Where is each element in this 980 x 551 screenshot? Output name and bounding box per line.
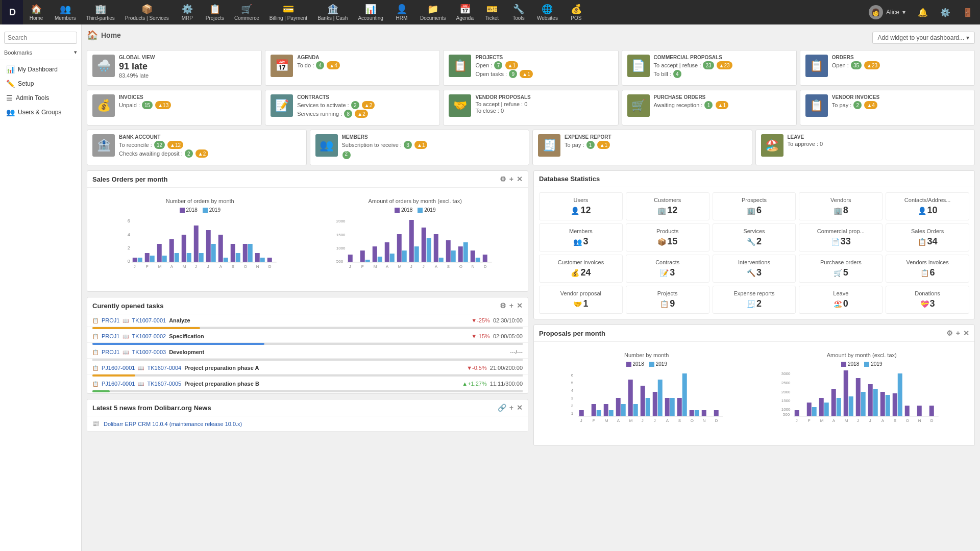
nav-third-parties[interactable]: 🏢 Third-parties: [81, 0, 120, 24]
stat-users[interactable]: Users 👤12: [539, 192, 623, 220]
news-text-1[interactable]: Dolibarr ERP CRM 10.0.4 (maintenance rel…: [104, 421, 242, 427]
stat-sales-orders[interactable]: Sales Orders 📋34: [886, 223, 969, 252]
nav-mrp[interactable]: ⚙️ MRP: [174, 0, 201, 24]
card-purchase-orders[interactable]: 🛒 PURCHASE ORDERS Awaiting reception : 1…: [622, 90, 797, 126]
news-close-icon[interactable]: ✕: [517, 404, 523, 412]
nav-banks[interactable]: 🏦 Banks | Cash: [312, 0, 353, 24]
stat-contacts[interactable]: Contacts/Addres... 👤10: [886, 192, 969, 220]
task-id-1[interactable]: TK1007-0001: [132, 317, 166, 323]
add-widget-button[interactable]: Add widget to your dashboard... ▾: [872, 32, 975, 44]
card-vendor-proposals[interactable]: 🤝 VENDOR PROPOSALS To accept | refuse : …: [443, 90, 618, 126]
stat-donations[interactable]: Donations 💝3: [886, 286, 969, 314]
settings-icon[interactable]: ⚙️: [935, 0, 955, 24]
stat-services[interactable]: Services 🔧2: [713, 223, 796, 252]
card-expense-report[interactable]: 🧾 EXPENSE REPORT To pay : 1 ▲1: [532, 130, 752, 165]
task-id-3[interactable]: TK1007-0003: [132, 349, 166, 355]
card-vendor-invoices[interactable]: 📋 VENDOR INVOICES To pay : 2 ▲4: [800, 90, 975, 126]
search-input[interactable]: [4, 32, 77, 44]
card-invoices[interactable]: 💰 INVOICES Unpaid : 15 ▲13: [87, 90, 262, 126]
nav-accounting[interactable]: 📊 Accounting: [353, 0, 388, 24]
nav-projects[interactable]: 📋 Projects: [201, 0, 229, 24]
card-bank-account[interactable]: 🏦 BANK ACCOUNT To reconcile : 12 ▲12 Che…: [87, 130, 307, 165]
stat-vendors[interactable]: Vendors 🏢8: [799, 192, 883, 220]
stat-expense-reports[interactable]: Expense reports 🧾2: [713, 286, 796, 314]
notifications-icon[interactable]: 🔔: [913, 0, 933, 24]
tasks-close-icon[interactable]: ✕: [517, 302, 523, 310]
svg-rect-93: [621, 404, 626, 416]
stat-purchase-orders[interactable]: Purchase orders 🛒5: [799, 255, 883, 283]
stat-leave[interactable]: Leave 🏖️0: [799, 286, 883, 314]
card-members[interactable]: 👥 MEMBERS Subscription to receive : 3 ▲1…: [310, 130, 530, 165]
logout-icon[interactable]: 🚪: [958, 0, 978, 24]
card-global-view[interactable]: 🌧️ GLOBAL VIEW 91 late 83.49% late: [87, 50, 262, 86]
stat-vendor-invoices[interactable]: Vendors invoices 📋6: [886, 255, 969, 283]
nav-ticket[interactable]: 🎫 Ticket: [479, 0, 505, 24]
svg-rect-52: [397, 234, 401, 262]
nav-billing[interactable]: 💳 Billing | Payment: [264, 0, 312, 24]
vendor-invoices-title: VENDOR INVOICES: [832, 94, 969, 100]
filter-icon[interactable]: ⚙: [500, 175, 506, 183]
proposals-close-icon[interactable]: ✕: [963, 329, 969, 337]
close-chart-icon[interactable]: ✕: [517, 175, 523, 183]
nav-pos[interactable]: 💰 POS: [563, 0, 590, 24]
task-project-1[interactable]: PROJ1: [102, 317, 119, 323]
nav-websites[interactable]: 🌐 Websites: [532, 0, 563, 24]
task-id-5[interactable]: TK1607-0005: [147, 381, 181, 387]
task-project-5[interactable]: PJ1607-0001: [102, 381, 135, 387]
card-agenda[interactable]: 📅 AGENDA To do : 4 ▲4: [265, 50, 440, 86]
card-commercial-proposals[interactable]: 📄 COMMERCIAL PROPOSALS To accept | refus…: [622, 50, 797, 86]
nav-hrm[interactable]: 👤 HRM: [388, 0, 415, 24]
stat-contracts[interactable]: Contracts 📝3: [626, 255, 709, 283]
add-chart-icon[interactable]: +: [509, 175, 513, 183]
hrm-icon: 👤: [396, 4, 407, 15]
svg-rect-142: [892, 393, 897, 416]
stat-products[interactable]: Products 📦15: [626, 223, 709, 252]
stat-customer-invoices[interactable]: Customer invoices 💰24: [539, 255, 623, 283]
svg-rect-135: [848, 396, 853, 416]
nav-commerce[interactable]: 🛒 Commerce: [229, 0, 264, 24]
task-project-2[interactable]: PROJ1: [102, 333, 119, 339]
svg-text:A: A: [617, 418, 620, 423]
card-leave[interactable]: 🏖️ LEAVE To approve : 0: [755, 130, 975, 165]
members-subscription: Subscription to receive : 3 ▲1: [342, 141, 524, 149]
bookmarks-section[interactable]: Bookmarks ▾: [0, 47, 81, 58]
nav-documents[interactable]: 📁 Documents: [415, 0, 451, 24]
nav-members[interactable]: 👥 Members: [50, 0, 81, 24]
sidebar-item-admin[interactable]: ☰ Admin Tools: [0, 91, 81, 105]
card-orders[interactable]: 📋 ORDERS Open : 35 ▲23: [800, 50, 975, 86]
sidebar-item-users[interactable]: 👥 Users & Groups: [0, 105, 81, 119]
proposals-filter-icon[interactable]: ⚙: [946, 329, 953, 337]
nav-tools[interactable]: 🔧 Tools: [505, 0, 532, 24]
nav-products[interactable]: 📦 Products | Services: [120, 0, 174, 24]
nav-agenda[interactable]: 📅 Agenda: [451, 0, 478, 24]
stat-projects[interactable]: Projects 📋9: [626, 286, 709, 314]
stat-customers[interactable]: Customers 🏢12: [626, 192, 709, 220]
proposals-add-icon[interactable]: +: [956, 329, 960, 337]
stat-vendor-proposal[interactable]: Vendor proposal 🤝1: [539, 286, 623, 314]
svg-rect-96: [641, 386, 645, 416]
stat-commercial-prop[interactable]: Commercial prop... 📄33: [799, 223, 883, 252]
proposals-amount-title: Amount by month (excl. tax): [760, 352, 965, 358]
sidebar-item-dashboard[interactable]: 📊 My Dashboard: [0, 62, 81, 77]
task-project-3[interactable]: PROJ1: [102, 349, 119, 355]
task-project-4[interactable]: PJ1607-0001: [102, 365, 135, 371]
global-view-stat: 91 late: [119, 61, 256, 72]
nav-home[interactable]: 🏠 Home: [23, 0, 50, 24]
stat-prospects[interactable]: Prospects 🏢6: [713, 192, 796, 220]
news-link-icon[interactable]: 🔗: [498, 404, 506, 412]
card-contracts[interactable]: 📝 CONTRACTS Services to activate : 2 ▲2 …: [265, 90, 440, 126]
stat-members[interactable]: Members 👥3: [539, 223, 623, 252]
card-projects[interactable]: 📋 PROJECTS Open : 7 ▲1 Open tasks : 9 ▲1: [443, 50, 618, 86]
tasks-filter-icon[interactable]: ⚙: [500, 302, 506, 310]
stat-interventions[interactable]: Interventions 🔨3: [713, 255, 796, 283]
app-logo[interactable]: D: [2, 0, 23, 24]
news-item-1: 📰 Dolibarr ERP CRM 10.0.4 (maintenance r…: [87, 416, 528, 432]
tasks-add-icon[interactable]: +: [509, 302, 513, 310]
news-add-icon[interactable]: +: [509, 404, 513, 412]
task-id-4[interactable]: TK1607-0004: [147, 365, 181, 371]
db-stats-grid: Users 👤12 Customers 🏢12 Prospects 🏢6: [534, 187, 974, 319]
sidebar-item-setup[interactable]: ✏️ Setup: [0, 77, 81, 91]
projects-card-title: PROJECTS: [475, 55, 612, 60]
task-id-2[interactable]: TK1007-0002: [132, 333, 166, 339]
user-menu[interactable]: 👩 Alice ▾: [864, 5, 911, 19]
